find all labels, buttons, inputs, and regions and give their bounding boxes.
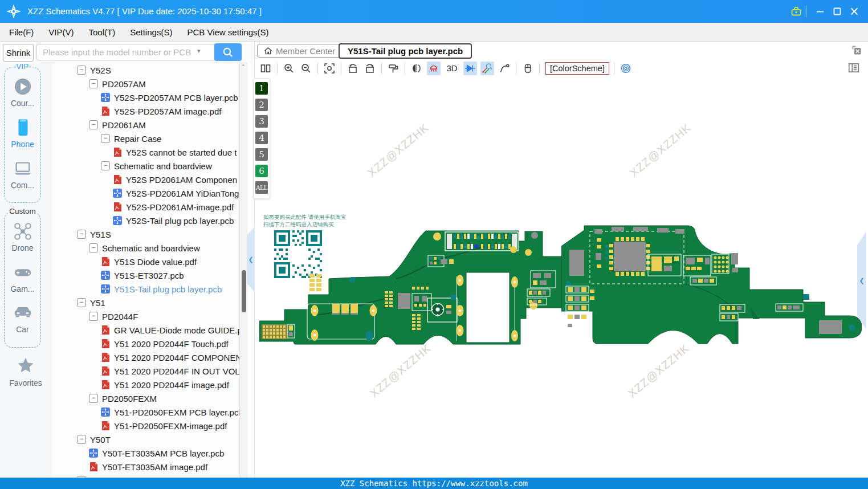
menu-item-1[interactable]: VIP(V): [41, 27, 81, 37]
tree-file-row[interactable]: Y50T-ET3035AM image.pdf: [51, 460, 239, 474]
collapse-minus-icon[interactable]: −: [77, 435, 86, 444]
shrink-button[interactable]: Shrink: [3, 44, 34, 62]
tree-item-label[interactable]: Y51-PD2050FEXM PCB layer.pcb: [114, 408, 239, 417]
tree-item-label[interactable]: Repair Case: [114, 134, 161, 144]
tree-item-label[interactable]: Y52S PD2061AM Componen: [126, 175, 237, 185]
rotate-left-icon[interactable]: [346, 62, 360, 75]
tree-folder-row[interactable]: −Y51: [51, 296, 239, 309]
search-input[interactable]: [36, 44, 221, 60]
sidebar-item-car[interactable]: Car: [5, 303, 40, 334]
tree-file-row[interactable]: GR VALUE-Diode mode GUIDE.p: [51, 323, 239, 337]
collapse-minus-icon[interactable]: −: [101, 161, 110, 170]
menu-item-3[interactable]: Settings(S): [123, 27, 180, 37]
collapse-minus-icon[interactable]: −: [89, 312, 98, 321]
tree-item-label[interactable]: Y52S: [90, 66, 111, 75]
tree-file-row[interactable]: Y51 2020 PD2044F IN OUT VOLT: [51, 364, 239, 378]
tree-folder-row[interactable]: −PD2061AM: [51, 118, 239, 132]
tree-file-row[interactable]: Y52S cannot be started due t: [51, 145, 239, 159]
view-3d-button[interactable]: 3D: [444, 62, 460, 75]
tree-item-label[interactable]: Y50T-ET3035AM PCB layer.pcb: [102, 449, 224, 458]
license-briefcase-icon[interactable]: [789, 5, 804, 18]
tree-file-row[interactable]: Y52S-PD2061AM-image.pdf: [51, 200, 239, 214]
tree-file-row[interactable]: Y51 2020 PD2044F COMPONEN: [51, 351, 239, 364]
sidebar-item-computer[interactable]: Com...: [5, 159, 40, 190]
menu-item-2[interactable]: Tool(T): [81, 27, 123, 37]
tree-item-label[interactable]: GR VALUE-Diode mode GUIDE.p: [114, 325, 239, 335]
zoom-out-icon[interactable]: [299, 62, 313, 75]
tree-item-label[interactable]: Schematic and boardview: [102, 243, 200, 253]
tree-file-row[interactable]: Y52S-PD2057AM image.pdf: [51, 104, 239, 118]
layer-button-2[interactable]: 2: [255, 99, 268, 111]
collapse-minus-icon[interactable]: −: [77, 230, 86, 239]
layer-button-6[interactable]: 6: [255, 165, 268, 177]
tree-item-label[interactable]: Y52S-PD2061AM YiDianTong: [126, 189, 239, 198]
tree-file-row[interactable]: Y52S-PD2061AM YiDianTong: [51, 186, 239, 200]
pcb-board-front[interactable]: [259, 224, 563, 351]
close-button[interactable]: [847, 5, 862, 18]
tab-member-center[interactable]: Member Center: [257, 44, 341, 58]
tree-folder-row[interactable]: −PD2050FEXM: [51, 392, 239, 405]
tab-active-document[interactable]: Y51S-Tail plug pcb layer.pcb: [339, 43, 472, 59]
tree-file-row[interactable]: Y52S-Tail plug pcb layer.pcb: [51, 214, 239, 227]
search-button[interactable]: [214, 43, 242, 61]
tree-item-label[interactable]: Y50T-ET3035AM image.pdf: [102, 462, 207, 472]
tree-item-label[interactable]: Y52S-PD2057AM image.pdf: [114, 107, 221, 116]
tree-file-row[interactable]: Y50T-ET3035AM PCB layer.pcb: [51, 446, 239, 460]
collapse-minus-icon[interactable]: −: [89, 394, 98, 403]
layer-button-1[interactable]: 1: [255, 82, 268, 95]
tree-item-label[interactable]: Y51 2020 PD2044F IN OUT VOLT: [114, 366, 239, 376]
tree-file-row[interactable]: Y51S-ET3027.pcb: [51, 268, 239, 282]
collapse-minus-icon[interactable]: −: [89, 120, 98, 129]
sidebar-item-course[interactable]: Cour...: [5, 77, 40, 108]
tree-file-row[interactable]: Y51 2020 PD2044F image.pdf: [51, 378, 239, 392]
sidebar-item-drone[interactable]: Drone: [5, 222, 40, 252]
sidebar-item-favorites[interactable]: Favorites: [0, 356, 51, 388]
split-view-icon[interactable]: [259, 62, 272, 75]
tree-item-label[interactable]: PD2057AM: [102, 79, 146, 89]
mouse-settings-icon[interactable]: [521, 62, 535, 75]
collapse-minus-icon[interactable]: −: [89, 79, 98, 88]
sidebar-item-phone[interactable]: Phone: [5, 118, 40, 149]
tree-item-label[interactable]: Y51S-Tail plug pcb layer.pcb: [114, 284, 222, 294]
pcb-board-back[interactable]: [561, 221, 862, 361]
tree-folder-row[interactable]: −Schematic and boardview: [51, 159, 239, 173]
tree-folder-row[interactable]: −PD2044F: [51, 309, 239, 323]
zoom-in-icon[interactable]: [282, 62, 296, 75]
lamp-highlight-icon[interactable]: [427, 62, 441, 75]
tree-item-label[interactable]: Y51 2020 PD2044F COMPONEN: [114, 353, 239, 362]
tree-item-label[interactable]: Y51S: [90, 230, 111, 239]
collapse-minus-icon[interactable]: −: [89, 243, 98, 252]
tree-item-label[interactable]: PD2050FEXM: [102, 394, 157, 404]
tree-item-label[interactable]: Schematic and boardview: [114, 161, 212, 171]
measure-probe-icon[interactable]: [480, 62, 494, 75]
tree-file-row[interactable]: Y51S-Tail plug pcb layer.pcb: [51, 282, 239, 296]
tree-folder-row[interactable]: −Y50T: [51, 433, 239, 446]
tree-file-row[interactable]: Y51-PD2050FEXM-image.pdf: [51, 419, 239, 433]
chevron-down-icon[interactable]: ▾: [197, 47, 201, 55]
menu-item-0[interactable]: File(F): [2, 27, 41, 37]
diode-mode-icon[interactable]: [463, 62, 477, 75]
collapse-minus-icon[interactable]: −: [77, 66, 86, 75]
tree-scrollbar-thumb[interactable]: [242, 270, 246, 312]
tree-file-row[interactable]: Y51 2020 PD2044F Touch.pdf: [51, 337, 239, 351]
tree-item-label[interactable]: Y50T: [90, 435, 111, 445]
close-all-tabs-icon[interactable]: [850, 44, 863, 56]
tree-file-row[interactable]: Y51S Diode value.pdf: [51, 255, 239, 268]
tree-folder-row[interactable]: −: [51, 474, 239, 478]
collapse-minus-icon[interactable]: −: [77, 298, 86, 307]
collapse-panel-left-handle[interactable]: ❮: [247, 226, 255, 292]
tree-file-row[interactable]: Y51-PD2050FEXM PCB layer.pcb: [51, 405, 239, 419]
layer-button-3[interactable]: 3: [255, 115, 268, 128]
colorscheme-button[interactable]: [ColorScheme]: [545, 62, 609, 75]
tree-item-label[interactable]: Y52S-PD2061AM-image.pdf: [126, 202, 234, 212]
layer-button-4[interactable]: 4: [255, 132, 268, 144]
collapse-minus-icon[interactable]: −: [101, 134, 110, 143]
collapse-panel-right-handle[interactable]: ❮: [857, 231, 866, 329]
tree-folder-row[interactable]: −Y51S: [51, 227, 239, 241]
tree-file-row[interactable]: Y52S PD2061AM Componen: [51, 173, 239, 186]
menu-item-4[interactable]: PCB View settings(S): [180, 27, 276, 37]
fit-screen-icon[interactable]: [323, 62, 336, 75]
sidebar-item-game[interactable]: Gam...: [5, 263, 40, 294]
curve-tool-icon[interactable]: [498, 62, 511, 75]
tree-item-label[interactable]: PD2044F: [102, 312, 138, 321]
